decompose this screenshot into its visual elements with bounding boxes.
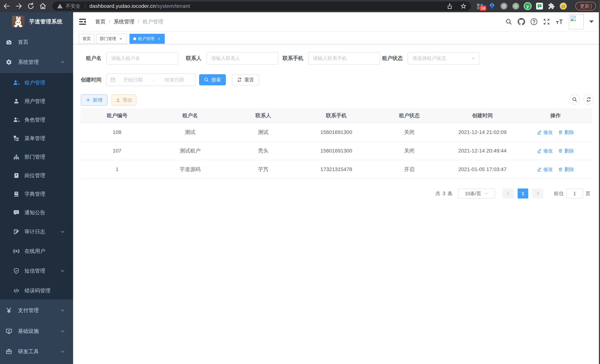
breadcrumb-system[interactable]: 系统管理 [114,18,134,25]
delete-link[interactable]: 删除 [558,166,574,173]
address-bar[interactable]: 不安全 dashboard.yudao.iocoder.cn/system/te… [53,1,471,11]
table-header-row: 租户编号 租户名 联系人 联系手机 租户状态 创建时间 操作 [81,108,592,123]
help-icon[interactable] [528,12,540,31]
browser-home-button[interactable] [38,0,48,12]
sidebar-item-label: 审计日志 [25,223,45,241]
sidebar-item-menu[interactable]: 菜单管理 [0,129,73,148]
sidebar-item-tenant[interactable]: 租户管理 [0,74,73,92]
browser-reload-button[interactable] [26,0,36,12]
add-button[interactable]: 新增 [81,94,107,106]
end-date-input[interactable]: 结束日期 [157,77,192,83]
user-icon [13,98,19,104]
extension-y-icon[interactable]: y [522,0,534,12]
post-badge-icon [13,172,19,179]
sidebar-item-dept[interactable]: 部门管理 [0,148,73,166]
column-header: 租户编号 [81,108,154,123]
extension-emoji-icon[interactable] [557,0,569,12]
sidebar-item-label: 错误码管理 [25,281,50,300]
sidebar-item-post[interactable]: 岗位管理 [0,166,73,185]
url-text[interactable]: dashboard.yudao.iocoder.cn/system/tenant [89,3,190,9]
sidebar-item-infra[interactable]: 基础设施 [0,321,73,341]
tag-tenant[interactable]: 租户管理 × [130,34,165,44]
breadcrumb-home[interactable]: 首页 [95,18,106,25]
column-header: 租户名 [154,108,227,123]
table-search-toggle-button[interactable] [569,94,580,105]
not-secure-warning-icon [57,3,63,9]
sidebar-item-role[interactable]: 角色管理 [0,111,73,129]
tag-close-icon[interactable]: × [157,37,161,41]
sidebar-item-devtools[interactable]: 研发工具 [0,341,73,362]
sidebar-item-label: 角色管理 [25,111,45,129]
search-button[interactable]: 搜索 [199,74,226,85]
edit-link[interactable]: 修改 [537,166,553,173]
calendar-icon [110,77,116,83]
sidebar-item-system[interactable]: 系统管理 [0,52,73,72]
sidebar-item-home[interactable]: 首页 [0,32,73,52]
sidebar-item-pay[interactable]: 支付管理 [0,300,73,321]
sidebar-item-user[interactable]: 用户管理 [0,92,73,111]
hamburger-icon[interactable] [76,12,89,31]
create-time-range[interactable]: 开始日期 - 结束日期 [106,74,195,86]
svg-text:y: y [526,4,529,9]
sidebar-item-online-users[interactable]: 在线用户 [0,242,73,261]
browser-update-button[interactable]: 更新 [575,2,596,10]
start-date-input[interactable]: 开始日期 [116,77,150,83]
bookmark-star-icon[interactable] [460,3,467,9]
status-label: 租户状态 [369,52,403,65]
sidebar-item-label: 支付管理 [18,300,39,321]
sidebar-item-audit-log[interactable]: 审计日志 [0,223,73,241]
share-icon[interactable] [446,3,453,9]
code-icon [13,288,19,294]
export-button[interactable]: 导出 [112,94,136,106]
sidebar-item-label: 短信管理 [25,261,45,280]
sidebar-item-dict[interactable]: 字典管理 [0,185,73,203]
extension-tabs-icon[interactable]: 10 [474,0,486,12]
sidebar-logo[interactable]: 芋道管理系统 [0,12,73,31]
extension-command-icon[interactable]: ⌘ [498,0,510,12]
avatar-caret-icon[interactable] [589,20,594,23]
tenant-name-input[interactable]: 请输入租户名 [106,52,178,65]
browser-forward-button[interactable] [14,0,24,12]
delete-link[interactable]: 删除 [558,148,574,154]
page-jump-input[interactable]: 1 [566,188,583,198]
dictionary-icon [13,191,19,197]
table-refresh-button[interactable] [583,94,594,105]
tag-dept[interactable]: 部门管理 × [96,34,127,44]
reset-button[interactable]: 重置 [232,74,259,85]
security-chip-label[interactable]: 不安全 [66,3,81,9]
github-icon[interactable] [515,12,528,31]
status-select[interactable]: 请选择租户状态 [408,52,479,65]
page-number-1[interactable]: 1 [518,188,528,198]
prev-page-button[interactable] [502,188,514,198]
pagination: 共 3 条 10条/页 1 前往 1 页 [435,188,591,198]
select-chevron-icon [484,191,488,196]
sidebar-item-notice[interactable]: 通知公告 [0,203,73,222]
contact-input[interactable]: 请输入联系人 [206,52,278,65]
sidebar-item-sms[interactable]: 短信管理 [0,261,73,280]
extension-kite-icon[interactable] [486,0,498,12]
fullscreen-icon[interactable] [540,12,553,31]
header-search-icon[interactable] [502,12,515,31]
edit-link[interactable]: 修改 [537,129,553,136]
extension-puzzle-icon[interactable] [545,0,557,12]
page-content: 租户名 请输入租户名 联系人 请输入联系人 联系手机 请输入联系手机 租户状态 … [73,44,599,364]
chevron-down-icon [60,329,65,334]
tag-close-icon[interactable]: × [119,37,123,41]
edit-link[interactable]: 修改 [537,148,553,154]
sidebar-item-error-code[interactable]: 错误码管理 [0,281,73,300]
avatar[interactable] [569,14,584,29]
extension-chat-icon[interactable] [534,0,545,12]
next-page-button[interactable] [532,188,544,198]
extensions-area: 10 ⌘ [474,0,569,12]
tag-home[interactable]: 首页 [79,34,94,44]
delete-link[interactable]: 删除 [558,129,574,136]
tenant-users-icon [13,80,19,86]
main-area: 首页 / 系统管理 / 租户管理 [73,12,599,364]
browser-back-button[interactable] [1,0,12,12]
font-size-icon[interactable] [553,12,565,31]
sidebar-item-label: 基础设施 [18,321,39,341]
extension-record-icon[interactable] [510,0,522,12]
page-size-select[interactable]: 10条/页 [458,188,495,198]
online-users-icon [13,248,19,254]
browser-menu-icon[interactable] [591,4,592,8]
